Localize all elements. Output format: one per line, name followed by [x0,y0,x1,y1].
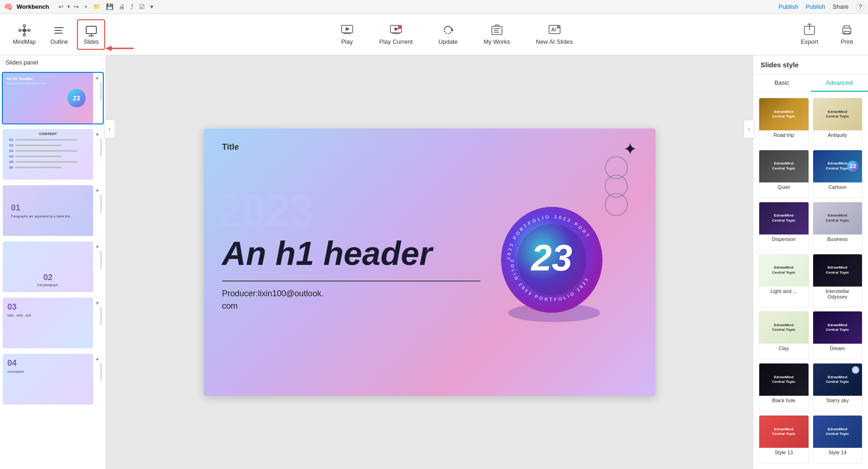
style-label-clay: Clay [759,344,809,353]
undo-dropdown-icon[interactable]: ▾ [67,4,70,10]
new-file-icon[interactable]: + [83,2,90,11]
style-item-starry[interactable]: EdrawMindCentral Topic Starry sky [813,363,863,411]
style-label-bottom1: Style 13 [759,448,809,457]
print-button[interactable]: Print [833,20,861,49]
style-item-blackhole[interactable]: EdrawMindCentral Topic Black hole [759,363,809,411]
thumb3-text: Paragraphs are separated by a blank line… [11,215,85,218]
new-ai-slides-button[interactable]: AI New AI Slides [529,20,580,49]
thumb3-num: 01 [11,203,85,213]
app-title: Workbench [17,3,49,10]
style-label-dispersion: Dispersion [759,234,809,244]
slide-divider [222,281,480,281]
play-button[interactable]: Play [333,20,361,49]
publish-label[interactable]: Publish [806,3,826,10]
new-ai-slides-label: New AI Slides [536,38,573,45]
undo-icon[interactable]: ↩ [57,2,65,11]
toolbar: MindMap Outline Slides [0,14,868,55]
play-current-button[interactable]: Play Current [372,20,420,49]
style-label-blackhole: Black hole [759,396,809,405]
slide-2-add-btn[interactable]: + [94,131,101,138]
mindmap-button[interactable]: MindMap [7,20,41,49]
svg-point-31 [557,26,560,29]
publish-button[interactable]: Publish [779,3,798,10]
style-item-bottom2[interactable]: EdrawMindCentral Topic Style 14 [813,415,863,463]
style-label-antiquity: Antiquity [813,130,862,140]
slide-thumb-2[interactable]: CONTENT 01 02 03 04 05 06 + [2,128,104,181]
my-works-button[interactable]: My Works [476,20,518,49]
share-button[interactable]: Share [833,3,849,10]
thumb1-circle: 23 [67,89,86,107]
play-label: Play [341,38,353,45]
style-label-business: Business [813,234,862,244]
print-icon-top[interactable]: 🖨 [117,2,127,11]
outline-button[interactable]: Outline [45,20,73,49]
style-label-dream: Dream [813,344,862,353]
checkbox-icon[interactable]: ☑ [137,2,147,11]
style-label-bottom2: Style 14 [813,448,862,457]
play-icon [341,23,354,36]
my-works-label: My Works [484,38,510,45]
slide-5-add-btn[interactable]: + [94,299,101,307]
slide-1-scrollbar [100,82,102,100]
style-item-quiet[interactable]: EdrawMindCentral Topic Quiet [759,150,809,198]
toolbar-left: MindMap Outline Slides [7,19,105,50]
slides-panel-header: Slides panel [0,55,106,70]
panel-collapse-button[interactable]: ‹ [104,120,115,138]
style-item-light[interactable]: EdrawMindCentral Topic Light and ... [759,254,809,308]
style-item-bottom1[interactable]: EdrawMindCentral Topic Style 13 [759,415,809,463]
slide-3-add-btn[interactable]: + [94,187,101,194]
style-item-cartoon[interactable]: EdrawMindCentral Topic 23 Cartoon [813,150,863,198]
help-button[interactable]: ? [856,3,864,11]
canvas-area: Title ✦ 2023 An h1 header Producer:lixin… [106,55,753,469]
style-item-dispersion[interactable]: EdrawMindCentral Topic Dispersion [759,202,809,250]
style-grid: EdrawMindCentral Topic Road trip EdrawMi… [753,92,868,469]
toolbar-right: Export Print [793,20,861,49]
style-label-cartoon: Cartoon [813,182,862,192]
slides-icon [85,24,98,37]
slide-thumb-1[interactable]: An h1 header Producer:lixin100@outlook.c… [2,72,104,124]
slide-thumb-3[interactable]: 01 Paragraphs are separated by a blank l… [2,184,104,237]
slides-panel-body: An h1 header Producer:lixin100@outlook.c… [0,70,106,469]
style-item-clay[interactable]: EdrawMindCentral Topic Clay [759,311,809,359]
style-item-business[interactable]: EdrawMindCentral Topic Business [813,202,863,250]
slide-thumb-6[interactable]: 04 monospace + [2,353,104,405]
thumb5-num: 03 [7,302,89,312]
style-item-interstellar[interactable]: EdrawMindCentral Topic Interstellar Odys… [813,254,863,308]
my-works-icon [490,23,503,36]
update-icon [442,23,455,36]
slide-6-add-btn[interactable]: + [94,356,101,363]
toolbar-center: Play Play Current Update [120,20,793,49]
update-label: Update [438,38,458,45]
slide-h1-header: An h1 header [222,234,432,272]
more-icon[interactable]: ▾ [148,2,155,11]
save-icon[interactable]: 💾 [104,2,115,11]
slide-thumb-5[interactable]: 03 Italic , bold , and + [2,297,104,349]
svg-marker-16 [106,46,112,51]
expand-right-panel-button[interactable]: › [744,120,755,138]
style-item-dream[interactable]: EdrawMindCentral Topic Dream [813,311,863,359]
style-item-road-trip[interactable]: EdrawMindCentral Topic Road trip [759,98,809,146]
share-icon-top[interactable]: ⤴ [129,2,136,11]
top-bar: 🧠 Workbench ↩ ▾ ↪ + 📁 💾 🖨 ⤴ ☑ ▾ Publish … [0,0,868,14]
slide-thumb-4[interactable]: 02 2nd paragraph. + [2,240,104,293]
slide-6-scrollbar [100,363,102,381]
update-button[interactable]: Update [431,20,465,49]
slide-4-add-btn[interactable]: + [94,243,101,251]
redo-icon[interactable]: ↪ [72,2,81,11]
slide-1-add-btn[interactable]: + [94,75,101,82]
slides-button[interactable]: Slides [77,19,105,50]
export-button[interactable]: Export [793,20,826,49]
tab-basic[interactable]: Basic [753,75,811,92]
open-file-icon[interactable]: 📁 [91,2,102,11]
svg-point-23 [398,25,402,29]
slide-5-scrollbar [100,307,102,325]
thumb1-email: Producer:lixin100@outlook.com [6,82,89,85]
slide-2-scrollbar [100,138,102,157]
main-slide-canvas: Title ✦ 2023 An h1 header Producer:lixin… [204,129,655,396]
style-item-antiquity[interactable]: EdrawMindCentral Topic Antiquity [813,98,863,146]
tab-advanced[interactable]: Advanced [811,75,868,92]
top-bar-right: Publish Publish Share ? [779,3,864,11]
mindmap-icon [18,24,31,37]
style-label-road-trip: Road trip [759,130,809,140]
right-panel: Slides style Basic Advanced EdrawMindCen… [753,55,868,469]
